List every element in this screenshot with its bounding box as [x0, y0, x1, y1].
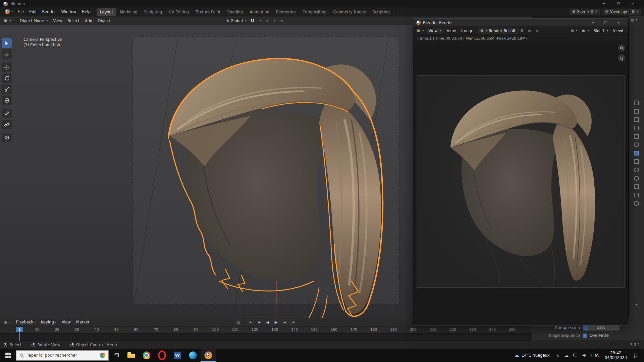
- pan-gizmo[interactable]: [618, 54, 625, 62]
- frame-tick[interactable]: 190: [390, 327, 397, 331]
- render-slot-dropdown[interactable]: Slot 1▾: [591, 28, 610, 34]
- render-window[interactable]: Blender Render ─ □ × ▤▾ View▾ ViewImage …: [413, 18, 628, 325]
- properties-expand-icon[interactable]: ▾: [636, 303, 637, 306]
- frame-tick[interactable]: 80: [173, 327, 178, 331]
- task-view-button[interactable]: [109, 349, 123, 362]
- viewport-menu-add[interactable]: Add: [82, 18, 95, 24]
- frame-tick[interactable]: 100: [212, 327, 219, 331]
- frame-tick[interactable]: 230: [469, 327, 476, 331]
- menu-help[interactable]: Help: [79, 9, 93, 15]
- image-datablock-selector[interactable]: ▤ ▾ Render Result: [478, 28, 518, 34]
- frame-tick[interactable]: 180: [370, 327, 377, 331]
- render-canvas[interactable]: [413, 42, 628, 325]
- frame-tick[interactable]: 120: [252, 327, 258, 331]
- gizmos-dropdown[interactable]: ▧▾: [569, 28, 579, 33]
- next-keyframe-button[interactable]: ↠: [281, 319, 288, 325]
- menu-render[interactable]: Render: [40, 9, 59, 15]
- properties-tab-physics[interactable]: [634, 176, 639, 181]
- compression-slider[interactable]: 15%: [583, 325, 620, 330]
- overwrite-checkbox[interactable]: ✓: [583, 334, 587, 338]
- auto-keying-toggle[interactable]: ○: [235, 319, 242, 325]
- properties-tab-particles[interactable]: [634, 168, 639, 172]
- snapping-toggle[interactable]: [249, 18, 256, 23]
- render-close-button[interactable]: ×: [612, 19, 625, 26]
- taskbar-app-blender[interactable]: [201, 349, 216, 362]
- tray-expand-icon[interactable]: ∧: [553, 349, 562, 362]
- maximize-button[interactable]: □: [611, 0, 626, 7]
- frame-tick[interactable]: 150: [311, 327, 318, 331]
- remove-viewlayer-icon[interactable]: ×: [636, 10, 639, 13]
- taskbar-app-opera[interactable]: [154, 349, 170, 362]
- workspace-tab-modeling[interactable]: Modeling: [116, 8, 141, 16]
- open-image-button[interactable]: ▭: [526, 28, 533, 33]
- new-scene-icon[interactable]: ⊞: [591, 10, 593, 13]
- tool-move[interactable]: [2, 62, 12, 72]
- taskbar-app-file-explorer[interactable]: [123, 349, 139, 362]
- render-window-titlebar[interactable]: Blender Render ─ □ ×: [413, 19, 628, 27]
- timeline-menu-playback[interactable]: Playback▾: [13, 319, 38, 325]
- viewport-menu-view[interactable]: View: [50, 18, 65, 24]
- frame-tick[interactable]: 240: [489, 327, 496, 331]
- proportional-falloff-dropdown[interactable]: ▾: [271, 18, 278, 23]
- frame-tick[interactable]: 60: [134, 327, 138, 331]
- tool-annotate[interactable]: [2, 109, 12, 118]
- play-button[interactable]: ▶: [272, 319, 280, 325]
- previous-keyframe-button[interactable]: ↞: [256, 319, 263, 325]
- properties-tab-output[interactable]: [634, 117, 639, 122]
- workspace-tab-animation[interactable]: Animation: [246, 8, 273, 16]
- taskbar-app-edge[interactable]: [185, 349, 201, 362]
- tool-rotate[interactable]: [2, 73, 12, 83]
- menu-window[interactable]: Window: [59, 9, 79, 15]
- workspace-tab-texture-paint[interactable]: Texture Paint: [192, 8, 224, 16]
- frame-tick[interactable]: 140: [291, 327, 298, 331]
- workspace-add-button[interactable]: +: [393, 8, 403, 16]
- frame-tick[interactable]: 130: [271, 327, 278, 331]
- frame-tick[interactable]: 200: [410, 327, 417, 331]
- image-editor-type-button[interactable]: ▤▾: [415, 28, 426, 33]
- current-frame-indicator[interactable]: 1: [16, 327, 23, 332]
- new-viewlayer-icon[interactable]: ⊞: [632, 10, 634, 13]
- scene-selector[interactable]: ▣ Scene ⊞ ×: [570, 9, 600, 15]
- tool-select-box[interactable]: [2, 38, 12, 48]
- properties-tab-view-layer[interactable]: [634, 126, 639, 130]
- action-center-button[interactable]: [630, 349, 642, 362]
- frame-tick[interactable]: 10: [35, 327, 39, 331]
- taskbar-app-word[interactable]: [170, 349, 185, 362]
- tool-scale[interactable]: [2, 84, 12, 94]
- workspace-tab-rendering[interactable]: Rendering: [273, 8, 299, 16]
- tool-transform[interactable]: [2, 96, 12, 105]
- frame-tick[interactable]: 50: [114, 327, 118, 331]
- jump-to-start-button[interactable]: ⇤: [247, 319, 255, 325]
- workspace-tab-shading[interactable]: Shading: [224, 8, 246, 16]
- properties-tab-render[interactable]: [634, 109, 639, 114]
- timeline-menu-marker[interactable]: Marker: [73, 319, 92, 325]
- properties-tab-object-data[interactable]: [634, 193, 639, 197]
- tool-measure[interactable]: [2, 120, 12, 129]
- properties-editor-type-button[interactable]: ▥▾: [631, 18, 637, 22]
- properties-tab-world[interactable]: [634, 142, 639, 147]
- tool-cursor[interactable]: [2, 49, 12, 59]
- workspace-tab-uv-editing[interactable]: UV Editing: [165, 8, 192, 16]
- weather-widget[interactable]: ☁ 14°C Nuageux: [511, 349, 553, 362]
- frame-tick[interactable]: 160: [331, 327, 337, 331]
- frame-tick[interactable]: 20: [55, 327, 59, 331]
- view-layer-dropdown[interactable]: ViewL: [611, 28, 626, 34]
- frame-tick[interactable]: 170: [351, 327, 357, 331]
- show-desktop-button[interactable]: [642, 349, 644, 362]
- unlink-image-button[interactable]: ×: [534, 28, 541, 33]
- frame-tick[interactable]: 210: [430, 327, 436, 331]
- mode-dropdown[interactable]: ◻ Object Mode ▾: [13, 18, 50, 24]
- frame-tick[interactable]: 250: [509, 327, 516, 331]
- render-minimize-button[interactable]: ─: [587, 19, 599, 26]
- timeline-menu-keying[interactable]: Keying▾: [38, 319, 59, 325]
- close-button[interactable]: ×: [626, 0, 641, 7]
- timeline-ruler[interactable]: 1102030405060708090100110120130140150160…: [0, 326, 532, 341]
- search-highlights-icon[interactable]: [100, 353, 105, 358]
- workspace-tab-geometry-nodes[interactable]: Geometry Nodes: [330, 8, 369, 16]
- image-editor-mode-dropdown[interactable]: View▾: [426, 28, 443, 34]
- timeline-menu-view[interactable]: View: [59, 319, 73, 325]
- frame-tick[interactable]: 220: [449, 327, 456, 331]
- image-editor-menu-view[interactable]: View: [444, 28, 459, 34]
- play-reverse-button[interactable]: ◀: [264, 319, 271, 325]
- viewlayer-selector[interactable]: ▤ ViewLayer ⊞ ×: [603, 9, 641, 15]
